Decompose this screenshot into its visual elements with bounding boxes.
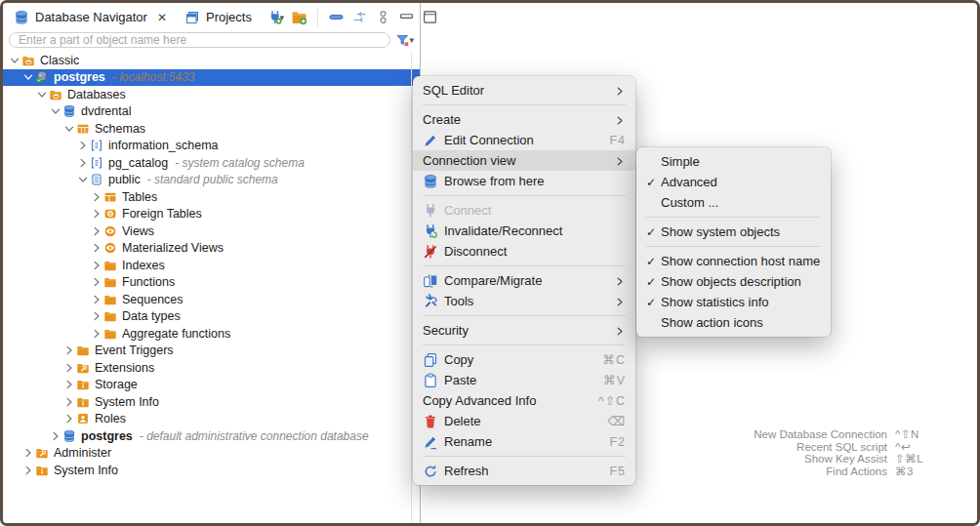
chevron-down-icon[interactable] [35, 89, 49, 101]
chevron-right-icon[interactable] [90, 260, 103, 271]
tree-item-views[interactable]: Views [3, 223, 420, 240]
menu-item-show-statistics-info[interactable]: ✓Show statistics info [636, 292, 831, 312]
menu-separator [423, 344, 626, 345]
menu-item-sql-editor[interactable]: SQL Editor [413, 80, 635, 101]
chevron-right-icon[interactable] [62, 413, 76, 425]
filter-button[interactable]: ▾ [395, 33, 414, 48]
maximize-button[interactable] [422, 9, 438, 25]
tree-item-roles[interactable]: Roles [3, 411, 420, 428]
chevron-right-icon[interactable] [62, 396, 76, 408]
tree-item-storage[interactable]: Storage [3, 377, 420, 394]
shortcut-hint-find-actions: Find Actions⌘3 [754, 465, 936, 478]
chevron-right-icon[interactable] [90, 294, 103, 305]
close-tab-icon[interactable]: ✕ [157, 11, 167, 24]
chevron-down-icon[interactable] [76, 174, 90, 185]
chevron-right-icon[interactable] [62, 344, 76, 356]
tree-item-tables[interactable]: Tables [3, 188, 420, 206]
menu-item-paste[interactable]: Paste⌘V [413, 370, 635, 390]
menu-item-simple[interactable]: Simple [636, 151, 831, 172]
view-options-button[interactable] [375, 9, 391, 25]
tab-projects[interactable]: Projects [179, 3, 258, 31]
tree-item-dvdrental[interactable]: dvdrental [3, 103, 420, 121]
chevron-right-icon[interactable] [76, 157, 90, 169]
tree-item-system-info[interactable]: System Info [3, 393, 420, 411]
tab-database-navigator[interactable]: Database Navigator ✕ [8, 3, 173, 31]
chevron-down-icon[interactable] [62, 123, 76, 135]
chevron-right-icon[interactable] [76, 140, 90, 151]
tree-item-indexes[interactable]: Indexes [3, 257, 420, 274]
hint-keys: ^⇧N [895, 428, 936, 441]
tree-item-label: Roles [95, 412, 126, 425]
tree-item-public[interactable]: public- standard public schema [3, 172, 420, 189]
pencil-icon [423, 133, 438, 148]
chevron-right-icon[interactable] [21, 447, 35, 459]
link-with-editor-button[interactable] [351, 9, 368, 25]
shortcut-hint-show-key-assist: Show Key Assist⇧⌘L [754, 453, 936, 465]
menu-item-browse-from-here[interactable]: Browse from here [413, 171, 635, 191]
menu-item-custom[interactable]: Custom ... [636, 192, 831, 213]
toolbar-separator [317, 9, 318, 26]
tree-item-event-triggers[interactable]: Event Triggers [3, 343, 420, 360]
menu-item-compare-migrate[interactable]: Compare/Migrate [413, 270, 635, 291]
menu-item-edit-connection[interactable]: Edit ConnectionF4 [413, 130, 635, 150]
chevron-right-icon[interactable] [21, 465, 35, 476]
chevron-right-icon[interactable] [90, 310, 103, 322]
tree-item-postgres[interactable]: postgres- localhost:5433 [3, 69, 420, 87]
menu-item-security[interactable]: Security [413, 320, 635, 341]
menu-item-advanced[interactable]: ✓Advanced [636, 172, 831, 192]
menu-item-show-objects-description[interactable]: ✓Show objects description [636, 271, 831, 292]
menu-item-connection-view[interactable]: Connection view [413, 150, 635, 171]
menu-item-label: Show objects description [661, 274, 821, 289]
tree-item-databases[interactable]: Databases [3, 86, 420, 103]
menu-item-tools[interactable]: Tools [413, 291, 635, 311]
menu-item-show-action-icons[interactable]: Show action icons [636, 312, 831, 333]
tree-item-postgres[interactable]: postgres- default administrative connect… [3, 427, 420, 445]
tree-item-extensions[interactable]: Extensions [3, 359, 420, 377]
chevron-right-icon[interactable] [90, 225, 103, 237]
chevron-down-icon[interactable] [8, 55, 21, 66]
tree-item-classic[interactable]: Classic [3, 52, 420, 69]
tree-item-label: Event Triggers [95, 344, 174, 357]
collapse-all-button[interactable] [328, 9, 345, 25]
chevron-right-icon[interactable] [90, 328, 103, 340]
tree-item-schemas[interactable]: Schemas [3, 120, 420, 138]
chevron-right-icon[interactable] [62, 379, 76, 390]
chevron-right-icon[interactable] [90, 242, 103, 254]
chevron-right-icon[interactable] [49, 430, 62, 442]
tree-item-sequences[interactable]: Sequences [3, 291, 420, 308]
menu-item-copy[interactable]: Copy⌘C [413, 349, 635, 370]
menu-item-show-system-objects[interactable]: ✓Show system objects [636, 222, 831, 242]
menu-item-copy-advanced-info[interactable]: Copy Advanced Info^⇧C [413, 390, 635, 411]
tree-item-foreign-tables[interactable]: Foreign Tables [3, 206, 420, 223]
chevron-down-icon[interactable] [21, 71, 35, 83]
tree-item-materialized-views[interactable]: Materialized Views [3, 240, 420, 258]
folder-icon [76, 344, 90, 357]
menu-item-disconnect[interactable]: Disconnect [413, 241, 635, 262]
chevron-right-icon[interactable] [90, 276, 103, 288]
search-input[interactable] [9, 32, 390, 48]
chevron-down-icon[interactable] [49, 105, 62, 117]
menu-item-delete[interactable]: Delete⌫ [413, 411, 635, 431]
chevron-right-icon[interactable] [90, 191, 103, 203]
tree-item-system-info[interactable]: System Info [3, 462, 420, 479]
tree-item-aggregate-functions[interactable]: Aggregate functions [3, 325, 420, 343]
foreign-table-icon [103, 207, 117, 221]
menu-item-refresh[interactable]: RefreshF5 [413, 461, 635, 481]
new-project-folder-button[interactable] [291, 9, 307, 25]
tree-item-pg-catalog[interactable]: pg_catalog- system catalog schema [3, 154, 420, 172]
tree-item-label: Materialized Views [122, 241, 224, 255]
minimize-button[interactable] [398, 9, 415, 25]
tree-item-administer[interactable]: Administer [3, 445, 420, 463]
menu-item-rename[interactable]: RenameF2 [413, 431, 635, 452]
tree-item-data-types[interactable]: Data types [3, 308, 420, 326]
tree-item-functions[interactable]: Functions [3, 274, 420, 292]
chevron-right-icon[interactable] [62, 362, 76, 374]
tree-item-label: postgres [81, 429, 133, 443]
menu-item-create[interactable]: Create [413, 109, 635, 130]
new-connection-button[interactable]: ▾ [267, 9, 284, 25]
tree-item-information-schema[interactable]: information_schema [3, 138, 420, 155]
menu-item-invalidate-reconnect[interactable]: Invalidate/Reconnect [413, 221, 635, 241]
menu-item-show-connection-host-name[interactable]: ✓Show connection host name [636, 251, 831, 271]
table-icon [103, 190, 117, 204]
chevron-right-icon[interactable] [90, 208, 103, 220]
